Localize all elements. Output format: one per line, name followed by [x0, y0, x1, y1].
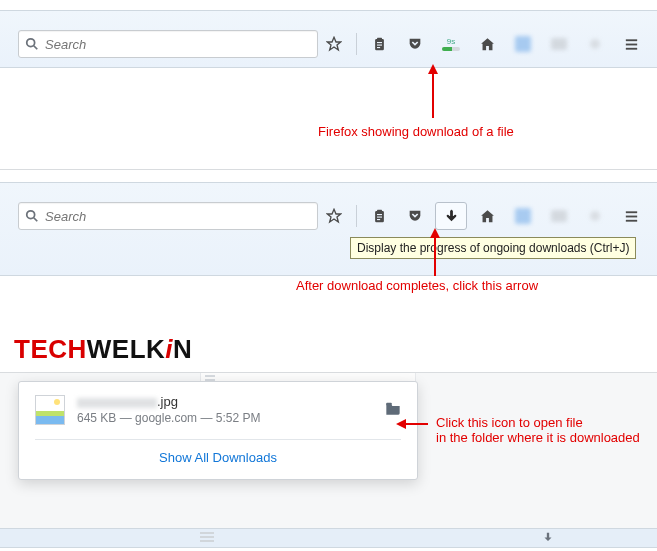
grip-icon	[200, 532, 214, 544]
svg-rect-18	[377, 219, 380, 220]
show-all-downloads-link[interactable]: Show All Downloads	[35, 440, 401, 469]
download-eta-badge: 9s	[447, 37, 455, 46]
annotation-arrow	[432, 72, 434, 118]
brand-part: TECH	[14, 334, 87, 364]
home-icon[interactable]	[471, 202, 503, 230]
search-input[interactable]	[45, 37, 311, 52]
pocket-icon[interactable]	[399, 202, 431, 230]
svg-line-1	[34, 46, 38, 50]
browser-toolbar: 9s	[18, 29, 647, 59]
search-box[interactable]	[18, 30, 318, 58]
downloads-popover-panel: .jpg 645 KB — google.com — 5:52 PM Show …	[0, 373, 657, 528]
svg-rect-17	[377, 216, 382, 217]
caption-open-folder: Click this icon to open file in the fold…	[436, 415, 640, 445]
brand-logo: TECHWELKiN	[14, 334, 657, 365]
toolbar-panel-completed: Display the progress of ongoing download…	[0, 182, 657, 276]
clipboard-icon[interactable]	[363, 202, 395, 230]
svg-marker-2	[327, 37, 340, 50]
svg-rect-16	[377, 214, 382, 215]
downloads-popover: .jpg 645 KB — google.com — 5:52 PM Show …	[18, 381, 418, 480]
blurred-icon	[543, 202, 575, 230]
bookmark-star-icon[interactable]	[318, 30, 350, 58]
blurred-icon	[579, 30, 611, 58]
svg-rect-4	[377, 37, 382, 40]
open-folder-icon[interactable]	[385, 401, 401, 418]
search-input[interactable]	[45, 209, 311, 224]
hamburger-menu-icon[interactable]	[615, 30, 647, 58]
downloads-progress-icon[interactable]: 9s	[435, 30, 467, 58]
downloads-button[interactable]	[435, 202, 467, 230]
download-meta: 645 KB — google.com — 5:52 PM	[77, 411, 373, 425]
download-filename: .jpg	[77, 394, 373, 409]
toolbar-divider	[356, 33, 357, 55]
toolbar-icons	[318, 202, 647, 230]
toolbar-icons: 9s	[318, 30, 647, 58]
bottom-bar	[0, 528, 657, 548]
svg-point-0	[27, 39, 35, 47]
file-thumbnail-icon	[35, 395, 65, 425]
clipboard-icon[interactable]	[363, 30, 395, 58]
blurred-icon	[507, 30, 539, 58]
download-item[interactable]: .jpg 645 KB — google.com — 5:52 PM	[35, 394, 401, 425]
svg-rect-6	[377, 44, 382, 45]
blurred-icon	[507, 202, 539, 230]
svg-rect-7	[377, 47, 380, 48]
brand-part: N	[173, 334, 192, 364]
search-box[interactable]	[18, 202, 318, 230]
section-divider	[0, 168, 657, 170]
blurred-icon	[579, 202, 611, 230]
svg-line-12	[34, 218, 38, 222]
search-icon	[25, 37, 39, 51]
pocket-icon[interactable]	[399, 30, 431, 58]
download-texts: .jpg 645 KB — google.com — 5:52 PM	[77, 394, 373, 425]
home-icon[interactable]	[471, 30, 503, 58]
bookmark-star-icon[interactable]	[318, 202, 350, 230]
hamburger-menu-icon[interactable]	[615, 202, 647, 230]
svg-rect-22	[386, 403, 391, 406]
brand-part: WELK	[87, 334, 166, 364]
downloads-mini-icon[interactable]	[541, 531, 555, 548]
search-icon	[25, 209, 39, 223]
brand-part: i	[165, 334, 173, 364]
svg-marker-13	[327, 209, 340, 222]
svg-rect-5	[377, 42, 382, 43]
downloads-tooltip: Display the progress of ongoing download…	[350, 237, 636, 259]
annotation-arrow	[434, 236, 436, 276]
toolbar-panel-downloading: 9s	[0, 10, 657, 68]
browser-toolbar	[18, 201, 647, 231]
annotation-arrow	[404, 423, 428, 425]
caption-downloading: Firefox showing download of a file	[318, 124, 514, 139]
toolbar-divider	[356, 205, 357, 227]
caption-completed: After download completes, click this arr…	[296, 278, 538, 293]
blurred-icon	[543, 30, 575, 58]
svg-point-11	[27, 211, 35, 219]
svg-rect-15	[377, 209, 382, 212]
